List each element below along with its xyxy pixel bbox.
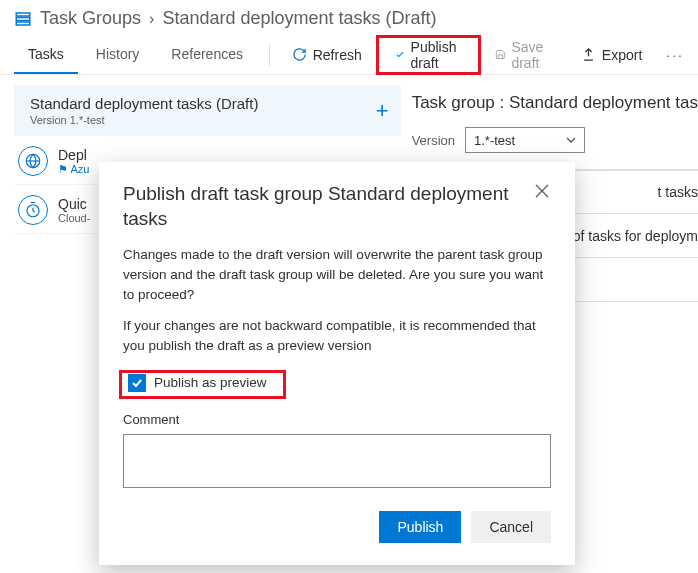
dialog-title: Publish draft task group Standard deploy… bbox=[123, 182, 533, 231]
comment-textarea[interactable] bbox=[123, 434, 551, 488]
checkbox-checked-icon bbox=[128, 374, 146, 392]
dialog-actions: Publish Cancel bbox=[123, 511, 551, 543]
checkbox-label: Publish as preview bbox=[154, 373, 267, 393]
close-icon bbox=[535, 184, 549, 198]
cancel-button[interactable]: Cancel bbox=[471, 511, 551, 543]
publish-button[interactable]: Publish bbox=[379, 511, 461, 543]
publish-dialog: Publish draft task group Standard deploy… bbox=[99, 162, 575, 565]
dialog-text-2: If your changes are not backward compati… bbox=[123, 316, 551, 355]
publish-as-preview-checkbox[interactable]: Publish as preview bbox=[126, 369, 273, 397]
highlight-publish-preview: Publish as preview bbox=[119, 370, 286, 399]
dialog-body: Changes made to the draft version will o… bbox=[123, 245, 551, 493]
dialog-text-1: Changes made to the draft version will o… bbox=[123, 245, 551, 304]
comment-label: Comment bbox=[123, 411, 551, 430]
dialog-close-button[interactable] bbox=[533, 182, 551, 203]
dialog-backdrop: Publish draft task group Standard deploy… bbox=[0, 0, 698, 573]
